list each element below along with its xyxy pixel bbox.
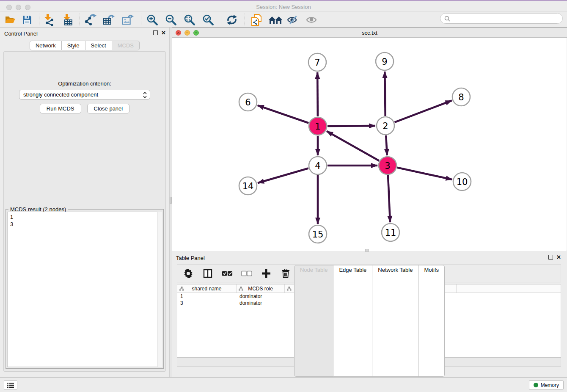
graph-node-7[interactable]: 7 <box>308 53 326 71</box>
export-table-icon[interactable] <box>103 14 115 26</box>
zoom-in-icon[interactable] <box>146 14 158 26</box>
tab-mcds[interactable]: MCDS <box>112 41 140 50</box>
list-icon <box>7 382 14 388</box>
control-panel: Control Panel ✕ NetworkStyleSelectMCDS O… <box>0 28 169 377</box>
toolbar-separator <box>80 14 80 26</box>
save-session-icon[interactable] <box>21 14 33 26</box>
show-all-eye-icon[interactable] <box>306 14 317 26</box>
mcds-result-groupbox: MCDS result (2 nodes) 1 3 <box>6 209 164 369</box>
optimization-criterion-label: Optimization criterion: <box>4 80 165 87</box>
main-titlebar: Session: New Session <box>0 1 567 12</box>
control-panel-title: Control Panel <box>4 30 38 37</box>
application-window: Session: New Session <box>0 0 567 392</box>
control-panel-header: Control Panel ✕ <box>0 28 169 39</box>
tab-network[interactable]: Network <box>30 41 62 50</box>
apply-layout-icon[interactable] <box>226 14 238 26</box>
graph-edge-1-6[interactable] <box>258 105 309 123</box>
import-network-icon[interactable] <box>43 14 55 26</box>
graph-node-label: 2 <box>383 121 388 131</box>
graph-edge-3-1[interactable] <box>327 131 379 161</box>
graph-node-9[interactable]: 9 <box>376 52 394 70</box>
graph-node-label: 10 <box>457 177 468 187</box>
memory-status-icon <box>534 383 538 387</box>
graph-node-label: 7 <box>314 58 320 68</box>
graph-node-3[interactable]: 3 <box>379 157 396 174</box>
graph-node-10[interactable]: 10 <box>453 173 471 190</box>
main-toolbar <box>0 12 567 28</box>
task-history-button[interactable] <box>4 380 17 390</box>
graph-node-label: 1 <box>315 121 320 132</box>
dropdown-selected-value: strongly connected component <box>23 91 98 98</box>
tab-network-table[interactable]: Network Table <box>372 265 418 377</box>
table-panel-tabs: Node TableEdge TableNetwork TableMotifs <box>172 265 567 377</box>
houses-icon[interactable] <box>268 14 283 26</box>
graph-node-label: 11 <box>385 228 396 238</box>
zoom-out-icon[interactable] <box>165 14 177 26</box>
table-panel-header: Table Panel ✕ <box>172 252 567 264</box>
float-panel-icon[interactable] <box>153 30 158 35</box>
tab-motifs[interactable]: Motifs <box>418 265 445 377</box>
graph-node-2[interactable]: 2 <box>377 117 394 135</box>
graph-edge-3-10[interactable] <box>397 168 452 179</box>
open-session-icon[interactable] <box>4 14 16 26</box>
graph-node-14[interactable]: 14 <box>239 177 257 195</box>
close-panel-icon[interactable]: ✕ <box>161 30 166 35</box>
control-panel-tabs: NetworkStyleSelectMCDS <box>0 41 169 50</box>
toolbar-separator <box>245 14 245 26</box>
graph-edge-1-7[interactable] <box>317 72 318 116</box>
network-view-window: ✕ − + scc.txt 7968124314101511 <box>172 28 567 251</box>
graph-node-label: 15 <box>312 229 324 240</box>
result-scrollbar[interactable] <box>157 212 162 367</box>
import-table-icon[interactable] <box>62 14 74 26</box>
graph-node-4[interactable]: 4 <box>309 157 327 174</box>
graph-node-label: 4 <box>315 161 320 171</box>
status-bar: Memory <box>0 377 567 392</box>
duplicate-network-icon[interactable] <box>250 14 262 26</box>
graph-edge-2-8[interactable] <box>395 101 452 122</box>
memory-button[interactable]: Memory <box>529 380 564 390</box>
search-icon <box>444 16 450 22</box>
tab-style[interactable]: Style <box>62 41 85 50</box>
tab-edge-table[interactable]: Edge Table <box>333 265 372 377</box>
export-network-icon[interactable] <box>85 14 96 26</box>
dropdown-stepper-icon <box>143 91 147 100</box>
graph-edge-2-9[interactable] <box>385 72 385 116</box>
table-panel: Table Panel ✕ <box>172 252 567 377</box>
network-window-titlebar[interactable]: ✕ − + scc.txt <box>172 28 567 38</box>
search-field[interactable] <box>440 13 563 24</box>
table-panel-title: Table Panel <box>176 255 205 261</box>
mcds-result-list[interactable]: 1 3 <box>7 212 162 367</box>
hide-selected-eye-slash-icon[interactable] <box>287 14 299 26</box>
graph-node-label: 14 <box>242 181 254 191</box>
zoom-selected-icon[interactable] <box>202 14 214 26</box>
run-mcds-button[interactable]: Run MCDS <box>40 104 81 113</box>
toolbar-separator <box>141 14 141 26</box>
float-table-panel-icon[interactable] <box>548 255 553 259</box>
mcds-tab-content: Optimization criterion: strongly connect… <box>3 51 166 372</box>
graph-edge-3-11[interactable] <box>388 175 390 222</box>
toolbar-separator <box>39 14 39 26</box>
graph-edge-4-14[interactable] <box>258 168 308 183</box>
close-panel-button[interactable]: Close panel <box>87 104 130 113</box>
zoom-fit-icon[interactable] <box>184 14 195 26</box>
window-title: Session: New Session <box>0 4 567 10</box>
graph-edge-2-3[interactable] <box>386 135 387 155</box>
graph-node-6[interactable]: 6 <box>239 93 257 111</box>
graph-node-15[interactable]: 15 <box>309 225 327 243</box>
network-graph[interactable]: 7968124314101511 <box>172 38 567 251</box>
optimization-criterion-select[interactable]: strongly connected component <box>19 90 150 99</box>
search-input[interactable] <box>452 16 562 22</box>
network-window-title: scc.txt <box>172 30 567 36</box>
tab-select[interactable]: Select <box>85 41 112 50</box>
export-image-icon[interactable] <box>122 14 134 26</box>
memory-label: Memory <box>541 382 559 388</box>
horizontal-splitter-handle[interactable] <box>365 249 369 252</box>
graph-node-1[interactable]: 1 <box>309 117 327 135</box>
graph-edge-1-2[interactable] <box>328 126 375 126</box>
tab-node-table[interactable]: Node Table <box>294 265 334 377</box>
network-canvas[interactable]: 7968124314101511 <box>172 38 567 251</box>
close-table-panel-icon[interactable]: ✕ <box>556 255 561 259</box>
toolbar-separator <box>221 14 221 26</box>
graph-node-8[interactable]: 8 <box>452 88 470 106</box>
graph-node-11[interactable]: 11 <box>382 224 399 241</box>
